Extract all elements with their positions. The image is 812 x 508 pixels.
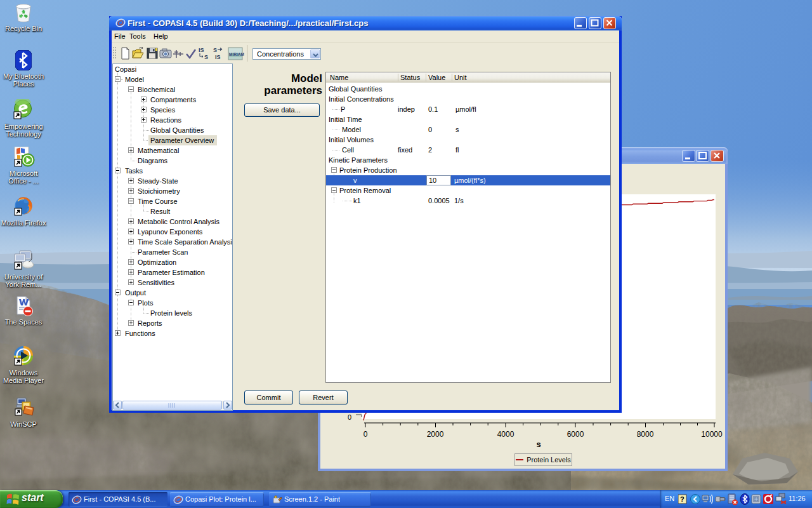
svg-text:8000: 8000 [637, 430, 654, 439]
svg-text:6000: 6000 [567, 430, 584, 439]
svg-text:0: 0 [363, 430, 368, 439]
svg-text:4000: 4000 [497, 430, 514, 439]
svg-text:0: 0 [348, 413, 351, 421]
svg-text:IS: IS [199, 47, 204, 53]
svg-text:S: S [213, 47, 217, 53]
svg-text:10000: 10000 [701, 430, 723, 439]
svg-text:IS: IS [215, 54, 221, 60]
svg-text:?: ? [680, 495, 684, 503]
svg-text:2000: 2000 [427, 430, 444, 439]
svg-text:s: s [536, 439, 540, 449]
svg-text:S: S [204, 54, 208, 60]
svg-text:MIRIAM: MIRIAM [229, 52, 244, 57]
